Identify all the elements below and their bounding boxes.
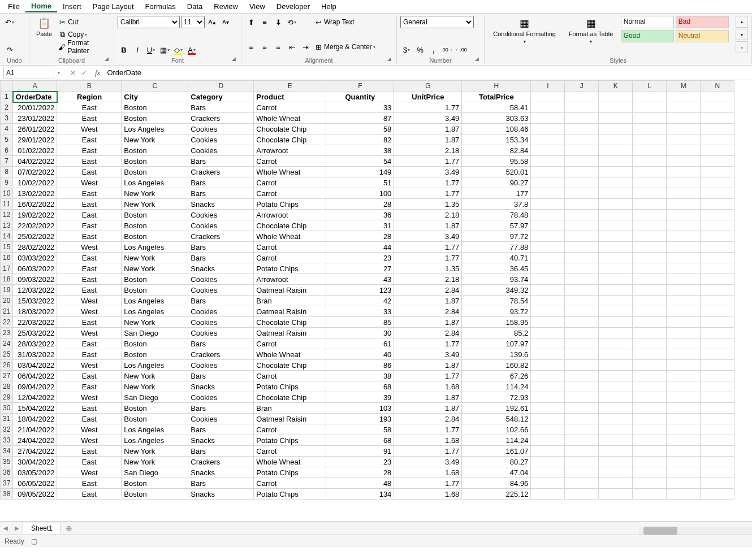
cell[interactable]: 3.49 xyxy=(394,231,462,242)
cell[interactable]: East xyxy=(57,478,122,489)
cell[interactable]: 1.87 xyxy=(394,392,462,403)
cell[interactable]: 303.63 xyxy=(462,113,531,124)
cell[interactable]: Boston xyxy=(122,489,188,500)
cell[interactable] xyxy=(599,414,633,424)
cell[interactable]: 97.72 xyxy=(462,231,531,242)
cell[interactable]: Los Angeles xyxy=(122,242,188,253)
cell[interactable]: Snacks xyxy=(188,263,254,274)
cell[interactable] xyxy=(565,403,599,414)
cell[interactable]: 39 xyxy=(326,392,394,403)
increase-indent-button[interactable]: ⇥ xyxy=(299,41,312,53)
cell[interactable] xyxy=(701,145,734,156)
cell[interactable] xyxy=(667,349,701,360)
cell[interactable] xyxy=(633,478,667,489)
cell[interactable] xyxy=(633,296,667,306)
cell[interactable]: 03/05/2022 xyxy=(13,467,57,478)
cell[interactable]: Boston xyxy=(122,210,188,220)
cell[interactable] xyxy=(667,274,701,285)
column-header[interactable]: I xyxy=(531,81,565,92)
cell[interactable]: Potato Chips xyxy=(254,435,326,446)
row-header[interactable]: 7 xyxy=(1,156,13,167)
cell[interactable]: East xyxy=(57,489,122,500)
cell[interactable] xyxy=(565,274,599,285)
row-header[interactable]: 18 xyxy=(1,274,13,285)
cell[interactable]: 1.68 xyxy=(394,435,462,446)
cell[interactable] xyxy=(633,457,667,467)
row-header[interactable]: 14 xyxy=(1,231,13,242)
cell[interactable] xyxy=(667,156,701,167)
cell[interactable] xyxy=(531,263,565,274)
cell-styles-gallery[interactable]: Normal Bad Good Neutral xyxy=(621,16,733,42)
align-middle-button[interactable]: ≡ xyxy=(258,16,271,28)
cell[interactable] xyxy=(599,263,633,274)
cell[interactable] xyxy=(633,242,667,253)
cell[interactable] xyxy=(633,102,667,113)
cell[interactable]: Boston xyxy=(122,167,188,177)
cell[interactable]: 31/03/2022 xyxy=(13,349,57,360)
cell[interactable] xyxy=(633,489,667,500)
cell[interactable] xyxy=(667,392,701,403)
cell[interactable] xyxy=(633,467,667,478)
cell[interactable]: Chocolate Chip xyxy=(254,220,326,231)
spreadsheet-grid[interactable]: ABCDEFGHIJKLMN1OrderDateRegionCityCatego… xyxy=(0,80,752,521)
cell[interactable] xyxy=(599,338,633,349)
cell[interactable]: 108.46 xyxy=(462,124,531,134)
cell[interactable] xyxy=(531,134,565,145)
cell[interactable] xyxy=(701,317,734,328)
number-dialog-launcher[interactable]: ◢ xyxy=(473,56,481,64)
cell[interactable]: 28 xyxy=(326,199,394,210)
row-header[interactable]: 9 xyxy=(1,177,13,188)
cell[interactable]: New York xyxy=(122,446,188,457)
cell[interactable] xyxy=(599,381,633,392)
cell[interactable] xyxy=(667,102,701,113)
cell[interactable]: 44 xyxy=(326,242,394,253)
cell[interactable]: 77.88 xyxy=(462,242,531,253)
name-box[interactable] xyxy=(3,67,54,79)
increase-font-button[interactable]: A▴ xyxy=(206,16,218,28)
row-header[interactable]: 3 xyxy=(1,113,13,124)
cell[interactable] xyxy=(531,317,565,328)
cell[interactable] xyxy=(531,414,565,424)
cell[interactable]: Cookies xyxy=(188,328,254,338)
cell[interactable]: 1.77 xyxy=(394,102,462,113)
column-header[interactable]: J xyxy=(565,81,599,92)
cell[interactable]: 21/04/2022 xyxy=(13,424,57,435)
cell[interactable]: Cookies xyxy=(188,274,254,285)
cell[interactable] xyxy=(531,328,565,338)
cell[interactable]: 153.34 xyxy=(462,134,531,145)
horizontal-scrollbar[interactable] xyxy=(639,527,752,535)
row-header[interactable]: 6 xyxy=(1,145,13,156)
number-format-select[interactable]: General xyxy=(400,16,474,28)
cell[interactable]: 54 xyxy=(326,156,394,167)
cell[interactable]: Bars xyxy=(188,156,254,167)
cell[interactable]: Crackers xyxy=(188,113,254,124)
cell[interactable]: East xyxy=(57,210,122,220)
cell[interactable]: Bars xyxy=(188,424,254,435)
cell[interactable]: 1.77 xyxy=(394,253,462,263)
decrease-font-button[interactable]: A▾ xyxy=(219,16,232,28)
row-header[interactable]: 32 xyxy=(1,424,13,435)
cell[interactable]: 82 xyxy=(326,134,394,145)
cell[interactable]: 47.04 xyxy=(462,467,531,478)
cell[interactable]: 1.77 xyxy=(394,424,462,435)
cell[interactable]: West xyxy=(57,424,122,435)
cell[interactable]: Cookies xyxy=(188,124,254,134)
cell[interactable]: East xyxy=(57,414,122,424)
cell[interactable] xyxy=(667,145,701,156)
cell[interactable]: 2.18 xyxy=(394,145,462,156)
cell[interactable] xyxy=(667,328,701,338)
cell[interactable] xyxy=(701,392,734,403)
formula-cancel-button[interactable]: ✕ xyxy=(68,69,78,77)
cell[interactable]: 2.84 xyxy=(394,285,462,296)
cell[interactable]: Cookies xyxy=(188,145,254,156)
cell[interactable] xyxy=(701,435,734,446)
cell[interactable]: 520.01 xyxy=(462,167,531,177)
cell[interactable] xyxy=(667,134,701,145)
cell[interactable] xyxy=(633,424,667,435)
cell[interactable] xyxy=(667,317,701,328)
row-header[interactable]: 34 xyxy=(1,446,13,457)
cell[interactable] xyxy=(565,381,599,392)
cell[interactable] xyxy=(565,360,599,371)
cell[interactable]: Cookies xyxy=(188,317,254,328)
cell[interactable] xyxy=(599,210,633,220)
